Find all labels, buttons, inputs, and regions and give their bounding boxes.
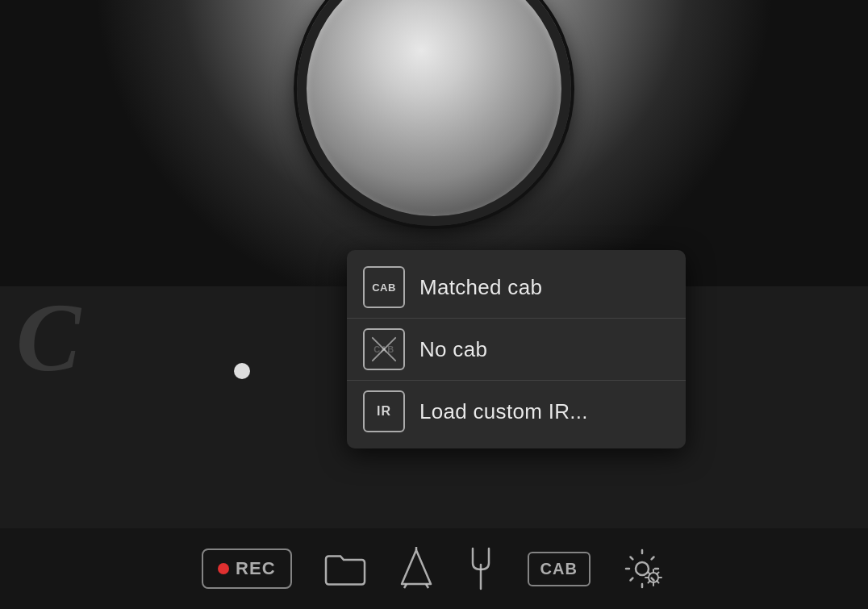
menu-item-load-ir[interactable]: IR Load custom IR... (347, 381, 686, 442)
rec-label: REC (236, 558, 275, 579)
folder-button[interactable] (324, 551, 366, 586)
no-cab-label: No cab (419, 337, 487, 362)
amp-logo: C (16, 282, 77, 394)
cab-dropdown-menu: CAB Matched cab CAB No cab IR Load custo… (347, 250, 686, 448)
load-ir-label: Load custom IR... (419, 399, 588, 424)
fork-button[interactable] (466, 547, 495, 590)
rec-button[interactable]: REC (202, 549, 291, 589)
rec-dot (218, 563, 229, 574)
fork-icon (466, 547, 495, 590)
tuner-icon (399, 547, 434, 590)
cab-icon: CAB (363, 266, 405, 308)
toolbar: REC CAB (0, 528, 868, 609)
svg-point-4 (636, 562, 649, 575)
menu-item-matched-cab[interactable]: CAB Matched cab (347, 257, 686, 318)
ir-icon: IR (363, 390, 405, 432)
settings-button[interactable] (623, 547, 666, 590)
cab-label: CAB (540, 560, 578, 578)
menu-item-no-cab[interactable]: CAB No cab (347, 319, 686, 380)
indicator-dot (234, 363, 250, 379)
cab-crossed-icon: CAB (363, 328, 405, 370)
gear-icon (623, 547, 666, 590)
cab-button[interactable]: CAB (528, 552, 590, 586)
folder-icon (324, 551, 366, 586)
matched-cab-label: Matched cab (419, 275, 542, 300)
tuner-button[interactable] (399, 547, 434, 590)
